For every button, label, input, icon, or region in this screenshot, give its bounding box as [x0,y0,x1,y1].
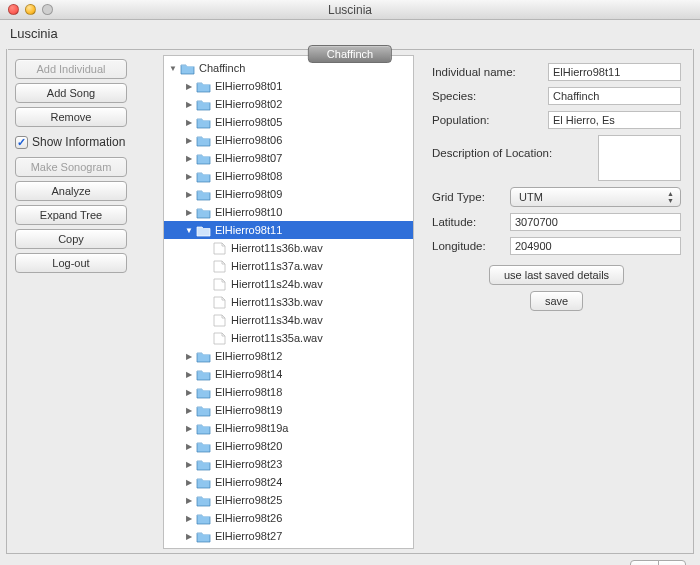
tree-row-label: ElHierro98t20 [215,440,282,452]
tree-row[interactable]: ▶ElHierro98t08 [164,167,413,185]
folder-icon [196,206,211,219]
tree-row-label: ElHierro98t14 [215,368,282,380]
disclosure-right-icon[interactable]: ▶ [184,352,194,361]
tree-row-label: ElHierro98t07 [215,152,282,164]
individual-name-field[interactable]: ElHierro98t11 [548,63,681,81]
expand-tree-button[interactable]: Expand Tree [15,205,127,225]
tab-chaffinch[interactable]: Chaffinch [308,45,392,63]
remove-footer-button[interactable]: − [658,560,686,565]
save-button[interactable]: save [530,291,583,311]
tree-row[interactable]: Hierrot11s34b.wav [164,311,413,329]
disclosure-right-icon[interactable]: ▶ [184,460,194,469]
tree-row[interactable]: ▶ElHierro98t01 [164,77,413,95]
show-information-checkbox[interactable]: ✓ Show Information [15,131,155,153]
analyze-button[interactable]: Analyze [15,181,127,201]
folder-icon [196,440,211,453]
file-icon [212,314,227,327]
tree-row[interactable]: Hierrot11s35a.wav [164,329,413,347]
tree-row-label: ElHierro98t08 [215,170,282,182]
disclosure-right-icon[interactable]: ▶ [184,100,194,109]
disclosure-right-icon[interactable]: ▶ [184,172,194,181]
disclosure-right-icon[interactable]: ▶ [184,190,194,199]
tree-row[interactable]: ▶ElHierro98t19 [164,401,413,419]
tree-row[interactable]: ▶ElHierro98t18 [164,383,413,401]
tree-row[interactable]: ▶ElHierro98t25 [164,491,413,509]
tree-row[interactable]: Hierrot11s37a.wav [164,257,413,275]
tree-row-label: ElHierro98t09 [215,188,282,200]
disclosure-right-icon[interactable]: ▶ [184,478,194,487]
tree-view[interactable]: ▼Chaffinch▶ElHierro98t01▶ElHierro98t02▶E… [163,55,414,549]
disclosure-down-icon[interactable]: ▼ [168,64,178,73]
tree-row-label: Hierrot11s35a.wav [231,332,323,344]
population-field[interactable]: El Hierro, Es [548,111,681,129]
disclosure-right-icon[interactable]: ▶ [184,118,194,127]
latitude-field[interactable]: 3070700 [510,213,681,231]
tree-row[interactable]: ▶ElHierro98t02 [164,95,413,113]
disclosure-right-icon[interactable]: ▶ [184,208,194,217]
species-field[interactable]: Chaffinch [548,87,681,105]
folder-icon [196,404,211,417]
disclosure-right-icon[interactable]: ▶ [184,370,194,379]
show-information-label: Show Information [32,135,125,149]
tree-row-label: ElHierro98t23 [215,458,282,470]
folder-icon [196,170,211,183]
disclosure-right-icon[interactable]: ▶ [184,496,194,505]
titlebar: Luscinia [0,0,700,20]
disclosure-right-icon[interactable]: ▶ [184,154,194,163]
disclosure-right-icon[interactable]: ▶ [184,406,194,415]
tree-row[interactable]: Hierrot11s24b.wav [164,275,413,293]
chevron-updown-icon: ▲▼ [667,190,674,204]
add-song-button[interactable]: Add Song [15,83,127,103]
footer: + − [6,554,694,565]
disclosure-right-icon[interactable]: ▶ [184,82,194,91]
tree-row[interactable]: Hierrot11s36b.wav [164,239,413,257]
folder-icon [196,224,211,237]
tree-row-label: ElHierro98t27 [215,530,282,542]
remove-button[interactable]: Remove [15,107,127,127]
tree-row[interactable]: ▶ElHierro98t09 [164,185,413,203]
tree-row-label: ElHierro98t25 [215,494,282,506]
disclosure-right-icon[interactable]: ▶ [184,136,194,145]
add-button[interactable]: + [630,560,658,565]
disclosure-right-icon[interactable]: ▶ [184,532,194,541]
disclosure-down-icon[interactable]: ▼ [184,226,194,235]
longitude-field[interactable]: 204900 [510,237,681,255]
logout-button[interactable]: Log-out [15,253,127,273]
tree-row[interactable]: ▶ElHierro98t27 [164,527,413,545]
tree-row[interactable]: ▶ElHierro98t06 [164,131,413,149]
description-field[interactable] [598,135,681,181]
folder-icon [196,422,211,435]
tree-row[interactable]: ▶ElHierro98t05 [164,113,413,131]
make-sonogram-button[interactable]: Make Sonogram [15,157,127,177]
sidebar: Add Individual Add Song Remove ✓ Show In… [15,55,155,549]
disclosure-right-icon[interactable]: ▶ [184,388,194,397]
tree-row-label: ElHierro98t05 [215,116,282,128]
tree-row[interactable]: Hierrot11s33b.wav [164,293,413,311]
disclosure-right-icon[interactable]: ▶ [184,442,194,451]
grid-type-select[interactable]: UTM ▲▼ [510,187,681,207]
tree-row[interactable]: ▼ElHierro98t11 [164,221,413,239]
folder-icon [196,98,211,111]
tree-row-label: ElHierro98t11 [215,224,282,236]
folder-icon [196,386,211,399]
tree-row[interactable]: ▶ElHierro98t07 [164,149,413,167]
tree-row[interactable]: ▶ElHierro98t26 [164,509,413,527]
window-title: Luscinia [0,3,700,17]
tree-row[interactable]: ▶ElHierro98t12 [164,347,413,365]
tree-row[interactable]: ▶ElHierro98t14 [164,365,413,383]
copy-button[interactable]: Copy [15,229,127,249]
tree-row[interactable]: ▶ElHierro98t24 [164,473,413,491]
tree-row[interactable]: ▶ElHierro98t20 [164,437,413,455]
use-last-saved-button[interactable]: use last saved details [489,265,624,285]
tree-row-label: ElHierro98t12 [215,350,282,362]
disclosure-right-icon[interactable]: ▶ [184,424,194,433]
details-form: Individual name: ElHierro98t11 Species: … [422,55,685,549]
folder-icon [196,350,211,363]
add-individual-button[interactable]: Add Individual [15,59,127,79]
tree-row[interactable]: ▶ElHierro98t10 [164,203,413,221]
tree-row[interactable]: ▶ElHierro98t19a [164,419,413,437]
tree-row[interactable]: ▶ElHierro98t23 [164,455,413,473]
disclosure-right-icon[interactable]: ▶ [184,514,194,523]
folder-icon [196,530,211,543]
folder-icon [196,494,211,507]
